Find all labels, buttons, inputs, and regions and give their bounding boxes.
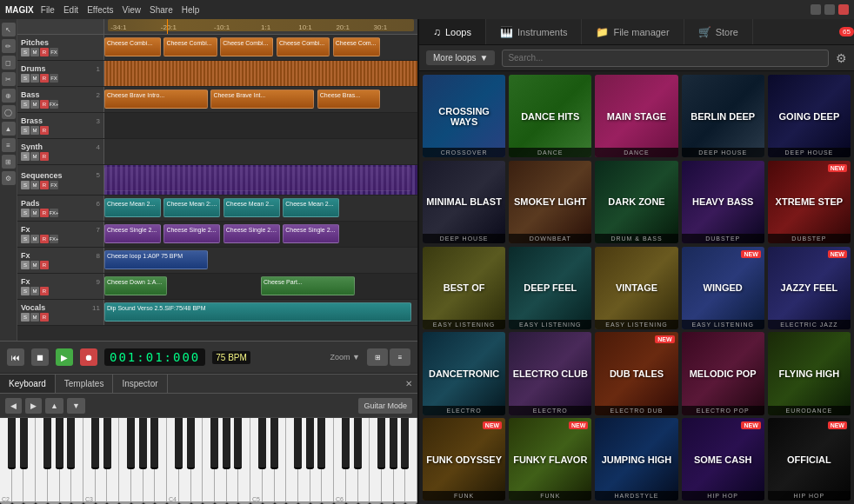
fx-btn-6[interactable]: FX: [50, 181, 58, 189]
black-key[interactable]: [127, 418, 135, 469]
solo-btn-6[interactable]: S: [21, 181, 30, 189]
album-card-somecash[interactable]: NEW SOME CASH HIP HOP: [682, 418, 764, 501]
track-content-1[interactable]: Cheese Combi... Cheese Combi... Cheese C…: [104, 35, 417, 60]
track-content-8[interactable]: Cheese Single 2... Cheese Single 2... Ch…: [104, 222, 417, 247]
mute-btn-4[interactable]: M: [30, 126, 39, 135]
mute-btn-11[interactable]: M: [30, 313, 39, 322]
mute-btn-5[interactable]: M: [30, 152, 39, 161]
solo-btn-1[interactable]: S: [21, 48, 30, 56]
rec-btn-10[interactable]: R: [40, 287, 49, 295]
black-key[interactable]: [43, 418, 51, 469]
kb-left-btn[interactable]: ◀: [5, 398, 22, 414]
black-key[interactable]: [401, 418, 409, 469]
black-key[interactable]: [187, 418, 195, 469]
maximize-btn[interactable]: [824, 4, 835, 15]
clip[interactable]: Cheese Mean 2...: [104, 198, 161, 217]
album-card-jazzy[interactable]: NEW JAZZY Feel ELECTRIC JAZZ: [768, 247, 851, 329]
more-loops-btn[interactable]: More loops ▼: [426, 50, 495, 65]
clip[interactable]: Cheese Com...: [333, 37, 380, 56]
album-card-dub[interactable]: NEW DUB TALES ELECTRO DUB: [595, 332, 677, 414]
black-key[interactable]: [270, 418, 278, 469]
tab-store[interactable]: 🛒 Store: [684, 19, 753, 44]
clip[interactable]: Cheese Mean 2...: [224, 198, 280, 217]
clip[interactable]: Cheese Down 1:A0P...: [104, 276, 167, 295]
black-key[interactable]: [258, 418, 266, 469]
kb-up-btn[interactable]: ▲: [45, 398, 63, 414]
clip[interactable]: Cheese Single 2...: [104, 224, 161, 243]
rec-btn-6[interactable]: R: [40, 181, 49, 189]
fx-btn-7[interactable]: FX+: [50, 209, 58, 217]
clip[interactable]: [104, 167, 411, 191]
tab-inspector[interactable]: Inspector: [113, 375, 167, 393]
black-key[interactable]: [8, 418, 16, 469]
menu-effects[interactable]: Effects: [87, 5, 113, 15]
black-key[interactable]: [234, 418, 242, 469]
black-key[interactable]: [91, 418, 99, 469]
rec-btn-5[interactable]: R: [40, 152, 49, 161]
fx-btn-3[interactable]: FX+: [50, 100, 58, 109]
clip[interactable]: Cheese Brave Int...: [210, 90, 314, 109]
album-card-electro[interactable]: ELECTRO CLUB ELECTRO: [509, 332, 591, 414]
black-key[interactable]: [317, 418, 325, 469]
piano-keyboard[interactable]: C2C3C4C5C6: [0, 418, 417, 504]
album-card-dance[interactable]: DANCE HITS DANCE: [509, 75, 591, 157]
mute-btn-6[interactable]: M: [30, 181, 39, 189]
track-content-7[interactable]: Cheese Mean 2... Cheese Mean 2:HOP... Ch…: [104, 196, 417, 221]
grid-btn[interactable]: ⊞: [367, 348, 388, 366]
mute-btn-10[interactable]: M: [30, 287, 39, 295]
clip[interactable]: Cheese Single 2:HOP...: [224, 224, 280, 243]
tab-loops[interactable]: ♫ Loops: [419, 19, 486, 44]
solo-btn-2[interactable]: S: [21, 74, 30, 83]
clip[interactable]: Cheese Bras...: [317, 90, 380, 109]
mute-btn-2[interactable]: M: [30, 74, 39, 83]
kb-right-btn[interactable]: ▶: [25, 398, 42, 414]
menu-edit[interactable]: Edit: [63, 5, 78, 15]
solo-btn-5[interactable]: S: [21, 152, 30, 161]
black-key[interactable]: [390, 418, 397, 469]
clip[interactable]: Cheese loop 1:A0P 75 BPM: [104, 250, 208, 269]
rec-btn-7[interactable]: R: [40, 209, 49, 217]
rec-btn-4[interactable]: R: [40, 126, 49, 135]
album-card-official[interactable]: NEW OFFICIAL HIP HOP: [768, 418, 851, 501]
tool-vel[interactable]: ▲: [2, 122, 16, 136]
search-input[interactable]: [502, 50, 829, 67]
clip[interactable]: Cheese Part...: [261, 276, 355, 295]
close-btn[interactable]: [838, 4, 849, 15]
tab-keyboard[interactable]: Keyboard: [0, 375, 56, 393]
clip[interactable]: Cheese Mean 2...: [283, 198, 339, 217]
album-card-goingdeep[interactable]: going deep DEEP HOUSE: [768, 75, 851, 157]
album-card-funk[interactable]: NEW FUNK ODYSSEY FUNK: [423, 418, 505, 501]
clip[interactable]: Dip Sound Verso 2.5.SIF:75/48 BPM: [104, 302, 411, 322]
black-key[interactable]: [306, 418, 314, 469]
album-card-bestof[interactable]: BEST OF EASY LISTENING: [423, 247, 505, 329]
minimize-btn[interactable]: [811, 4, 821, 15]
settings-icon[interactable]: ⚙: [836, 51, 847, 65]
solo-btn-11[interactable]: S: [21, 313, 30, 322]
album-card-flying[interactable]: FLYING HIGH EURODANCE: [768, 332, 851, 414]
black-key[interactable]: [139, 418, 147, 469]
rec-btn-2[interactable]: R: [40, 74, 49, 83]
album-card-crossing[interactable]: CROSSING WAYS CROSSOVER: [423, 75, 505, 157]
album-card-xtreme[interactable]: NEW xtreme step DUBSTEP: [768, 161, 851, 243]
tab-filemanager[interactable]: 📁 File manager: [582, 19, 684, 44]
tool-midi[interactable]: ≡: [2, 138, 16, 152]
black-key[interactable]: [377, 418, 385, 469]
wave-btn[interactable]: ≡: [390, 348, 410, 366]
black-key[interactable]: [210, 418, 218, 469]
mute-btn-8[interactable]: M: [30, 235, 39, 243]
track-content-10[interactable]: Cheese Down 1:A0P... Cheese Part...: [104, 274, 417, 299]
solo-btn-9[interactable]: S: [21, 261, 30, 269]
clip[interactable]: Cheese Single 2...: [163, 224, 220, 243]
kb-close-btn[interactable]: ✕: [405, 379, 417, 388]
track-content-6[interactable]: [104, 165, 417, 195]
track-content-5[interactable]: [104, 139, 417, 164]
mute-btn-3[interactable]: M: [30, 100, 39, 109]
menu-help[interactable]: Help: [182, 5, 200, 15]
mute-btn-1[interactable]: M: [30, 48, 39, 56]
solo-btn-3[interactable]: S: [21, 100, 30, 109]
rec-btn-11[interactable]: R: [40, 313, 49, 322]
mute-btn-9[interactable]: M: [30, 261, 39, 269]
tab-templates[interactable]: Templates: [56, 375, 114, 393]
track-content-9[interactable]: Cheese loop 1:A0P 75 BPM: [104, 248, 417, 273]
clip[interactable]: Cheese Single 2...: [283, 224, 339, 243]
